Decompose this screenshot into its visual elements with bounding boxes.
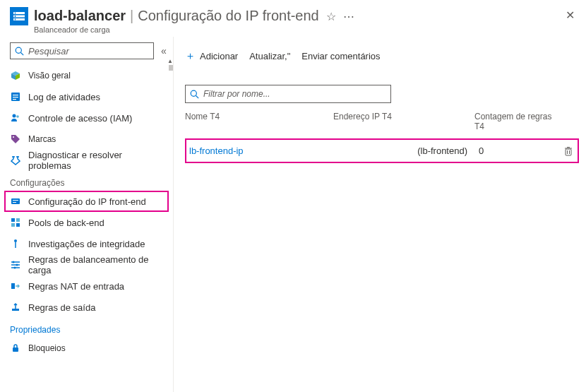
sidebar-section-settings: Configurações [0,171,173,191]
sidebar-item-label: Regras NAT de entrada [28,281,124,292]
svg-point-3 [15,13,16,14]
collapse-sidebar-icon[interactable]: « [161,45,167,57]
svg-line-7 [21,52,24,55]
main-content: ＋ Adicionar Atualizar," Enviar comentári… [174,37,586,392]
sidebar-section-properties: Propriedades [0,318,173,338]
filter-input[interactable] [185,85,391,103]
sidebar-item-frontend-ip[interactable]: Configuração do IP front-end [4,191,169,212]
svg-rect-37 [566,149,571,155]
svg-point-4 [15,16,16,17]
svg-rect-17 [11,198,20,204]
svg-point-13 [16,115,19,118]
svg-point-29 [13,261,15,263]
add-label: Adicionar [200,51,238,61]
outbound-rules-icon [10,302,21,313]
access-control-icon [10,112,21,124]
sidebar-item-label: Visão geral [28,71,71,81]
row-ip: (lb-frontend) [337,145,479,156]
svg-rect-9 [13,95,18,95]
sidebar-item-label: Investigações de integridade [28,239,145,249]
frontend-ip-icon [10,196,21,207]
sidebar-item-label: Log de atividades [28,92,100,102]
sidebar-item-label: Controle de acesso (IAM) [28,113,132,124]
col-header-ip[interactable]: Endereço IP T4 [333,112,474,131]
sidebar-item-diagnose[interactable]: Diagnosticar e resolver problemas [0,150,173,171]
sidebar-item-label: Bloqueios [28,343,66,353]
toolbar: ＋ Adicionar Atualizar," Enviar comentári… [185,44,579,68]
scroll-up-icon[interactable]: ▲ [167,58,173,64]
sidebar-item-label: Configuração do IP front-end [28,196,146,207]
backend-pools-icon [10,217,21,228]
sidebar-item-label: Marcas [28,134,56,144]
row-name-link[interactable]: lb-frontend-ip [189,145,244,156]
sidebar-item-activity-log[interactable]: Log de atividades [0,86,173,107]
svg-rect-22 [11,223,15,227]
tags-icon [10,133,21,145]
sidebar-item-overview[interactable]: Visão geral [0,65,173,86]
svg-line-36 [196,95,199,98]
svg-rect-18 [13,200,18,201]
blade-header: load-balancer | Configuração do IP front… [0,0,586,37]
svg-rect-23 [16,223,20,227]
svg-rect-21 [16,218,20,222]
sidebar-search[interactable] [10,42,154,59]
favorite-star-icon[interactable]: ☆ [326,10,336,23]
svg-rect-20 [11,218,15,222]
feedback-label: Enviar comentários [301,51,380,61]
sidebar-item-label: Diagnosticar e resolver problemas [28,150,163,171]
delete-icon[interactable] [563,146,573,156]
more-actions-icon[interactable]: ⋯ [343,10,354,23]
sidebar-item-health-probes[interactable]: Investigações de integridade [0,233,173,254]
search-icon [190,90,199,99]
sidebar-item-label: Regras de balanceamento de carga [28,254,163,275]
svg-point-12 [13,114,16,118]
svg-point-30 [16,264,18,266]
svg-rect-32 [11,283,15,289]
filter-text-input[interactable] [202,88,386,100]
plus-icon: ＋ [185,49,196,63]
svg-rect-34 [13,348,18,352]
svg-point-6 [16,47,21,53]
svg-point-5 [15,19,16,20]
svg-point-14 [13,136,14,138]
sidebar-item-access-control[interactable]: Controle de acesso (IAM) [0,107,173,129]
sidebar-item-tags[interactable]: Marcas [0,129,173,150]
nat-rules-icon [10,280,21,292]
lock-icon [10,343,21,354]
refresh-button[interactable]: Atualizar," [249,51,290,61]
sidebar-item-locks[interactable]: Bloqueios [0,338,173,359]
sidebar-item-lb-rules[interactable]: Regras de balanceamento de carga [0,254,173,275]
scrollbar-thumb[interactable] [169,65,173,71]
health-probe-icon [10,238,21,249]
svg-rect-33 [12,309,19,311]
resource-name: load-balancer [34,8,126,24]
col-header-rules[interactable]: Contagem de regras T4 [474,112,559,131]
feedback-button[interactable]: Enviar comentários [301,51,380,61]
col-header-name[interactable]: Nome T4 [185,112,333,131]
resource-icon [10,7,28,25]
table-row[interactable]: lb-frontend-ip (lb-frontend) 0 [185,138,579,163]
resource-type-label: Balanceador de carga [34,25,354,34]
refresh-label: Atualizar," [249,51,290,61]
activity-log-icon [10,91,21,102]
sidebar-item-backend-pools[interactable]: Pools de back-end [0,212,173,233]
svg-rect-10 [13,97,18,97]
svg-rect-19 [13,202,16,203]
add-button[interactable]: ＋ Adicionar [185,49,238,63]
sidebar-item-nat-rules[interactable]: Regras NAT de entrada [0,275,173,297]
table-headers: Nome T4 Endereço IP T4 Contagem de regra… [185,112,579,131]
search-icon [15,47,24,56]
close-icon[interactable]: ✕ [566,8,575,22]
row-rules: 0 [479,145,563,156]
lb-rules-icon [10,259,21,271]
sidebar: « ▲ Visão geral Log de atividades Contro… [0,37,174,392]
svg-rect-11 [13,99,16,100]
sidebar-item-outbound-rules[interactable]: Regras de saída [0,297,173,318]
blade-title: Configuração do IP front-end [138,8,318,24]
sidebar-item-label: Pools de back-end [28,218,104,228]
overview-icon [10,70,21,81]
title-separator: | [130,8,133,24]
sidebar-search-input[interactable] [27,45,149,57]
svg-point-35 [191,90,196,96]
svg-point-24 [14,239,17,242]
